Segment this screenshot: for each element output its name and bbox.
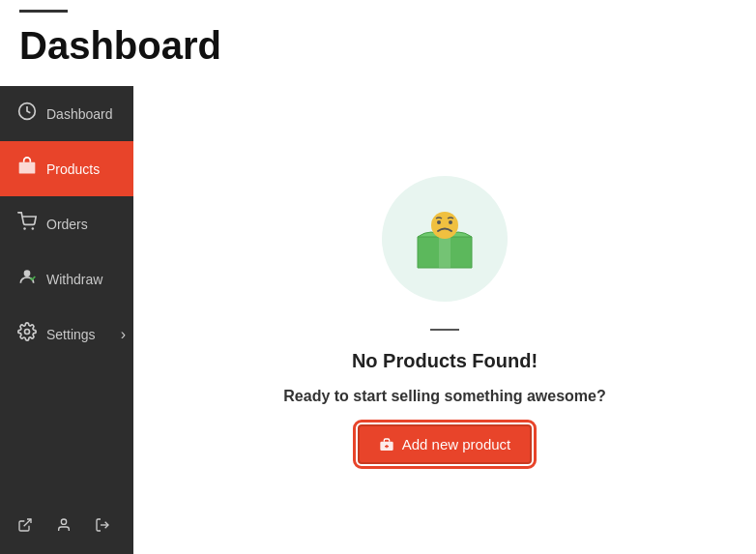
page-title: Dashboard [19, 24, 737, 67]
empty-box-illustration [410, 208, 480, 271]
empty-subtitle: Ready to start selling something awesome… [283, 388, 605, 405]
settings-icon [17, 322, 37, 346]
divider-line [430, 329, 459, 331]
svg-point-12 [437, 220, 441, 224]
add-product-label: Add new product [402, 436, 511, 452]
products-icon [17, 157, 37, 181]
briefcase-icon [379, 437, 394, 452]
add-product-button[interactable]: Add new product [358, 424, 533, 464]
empty-state: No Products Found! Ready to start sellin… [283, 176, 605, 464]
sidebar-item-settings[interactable]: Settings [0, 306, 133, 362]
content-area: No Products Found! Ready to start sellin… [133, 86, 756, 554]
sidebar-item-dashboard[interactable]: Dashboard [0, 86, 133, 141]
empty-icon-circle [382, 176, 508, 302]
svg-point-7 [61, 519, 66, 524]
sidebar-item-dashboard-label: Dashboard [46, 106, 113, 122]
svg-point-4 [24, 270, 31, 277]
sidebar-item-settings-label: Settings [46, 327, 96, 342]
logout-button[interactable] [87, 510, 118, 540]
sidebar-item-products-label: Products [46, 161, 100, 177]
sidebar-item-orders[interactable]: Orders [0, 196, 133, 251]
withdraw-icon [17, 267, 37, 291]
sidebar-bottom [0, 496, 133, 554]
sidebar-item-withdraw-label: Withdraw [46, 272, 102, 287]
sidebar-item-withdraw[interactable]: Withdraw [0, 251, 133, 306]
page-title-area: Dashboard [0, 13, 756, 86]
empty-title: No Products Found! [352, 350, 538, 372]
svg-rect-10 [439, 237, 451, 268]
svg-point-3 [32, 227, 35, 230]
svg-point-11 [431, 212, 458, 239]
svg-point-2 [23, 227, 26, 230]
sidebar-item-orders-label: Orders [46, 217, 88, 232]
svg-line-6 [24, 519, 31, 526]
dashboard-icon [17, 102, 37, 126]
external-link-button[interactable] [10, 510, 41, 540]
svg-point-5 [25, 330, 30, 335]
orders-icon [17, 212, 37, 236]
sidebar: Dashboard Products Orders [0, 86, 133, 554]
svg-rect-1 [19, 162, 36, 174]
user-profile-button[interactable] [48, 510, 79, 540]
sidebar-item-products[interactable]: Products [0, 141, 133, 196]
svg-point-13 [449, 220, 452, 224]
main-layout: Dashboard Products Orders [0, 86, 756, 554]
